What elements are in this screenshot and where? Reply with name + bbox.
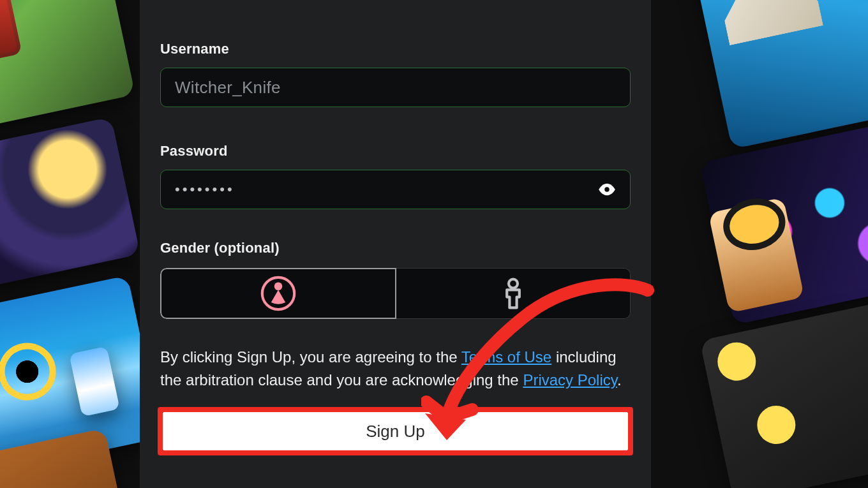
legal-text: By clicking Sign Up, you are agreeing to… xyxy=(160,346,631,392)
gender-male-button[interactable] xyxy=(396,268,631,319)
bg-tile xyxy=(0,0,135,131)
gender-selector xyxy=(160,268,631,319)
username-label: Username xyxy=(160,41,631,57)
username-input[interactable] xyxy=(175,78,616,98)
male-icon xyxy=(495,276,531,311)
terms-link[interactable]: Terms of Use xyxy=(461,348,551,366)
password-label: Password xyxy=(160,143,631,159)
gender-female-button[interactable] xyxy=(160,268,396,319)
signup-button[interactable]: Sign Up xyxy=(160,411,631,452)
svg-point-2 xyxy=(274,283,283,291)
show-password-icon[interactable] xyxy=(598,182,616,196)
privacy-link[interactable]: Privacy Policy xyxy=(523,371,617,388)
gender-label: Gender (optional) xyxy=(160,240,631,256)
username-field-wrap[interactable] xyxy=(160,68,631,107)
signup-panel: Username Password Gender (optional) By c… xyxy=(140,0,651,488)
password-field-wrap[interactable] xyxy=(160,170,631,209)
svg-point-0 xyxy=(604,187,609,191)
female-icon xyxy=(260,276,296,311)
legal-post: . xyxy=(617,371,622,388)
bg-tile xyxy=(0,117,140,291)
bg-tile xyxy=(690,0,868,149)
bg-tile xyxy=(700,301,868,488)
signup-button-wrap: Sign Up xyxy=(160,411,631,452)
svg-point-3 xyxy=(509,279,518,288)
password-input[interactable] xyxy=(175,181,598,198)
legal-pre: By clicking Sign Up, you are agreeing to… xyxy=(160,348,461,366)
